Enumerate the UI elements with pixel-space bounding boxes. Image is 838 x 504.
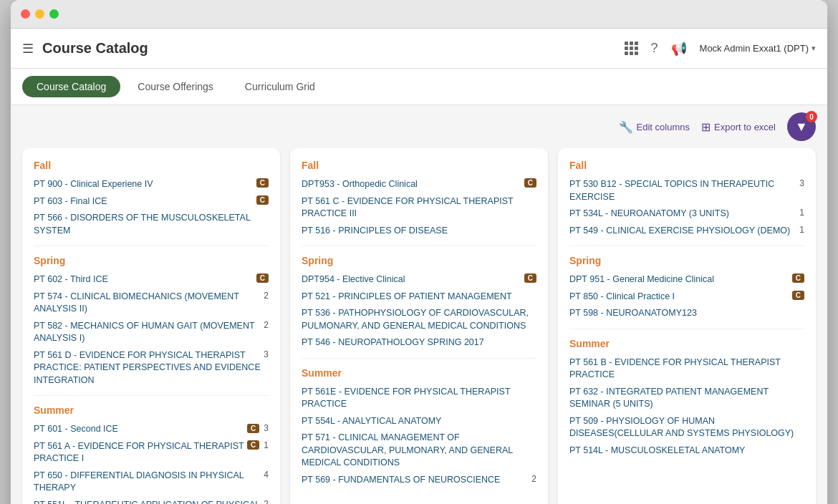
menu-icon[interactable]: ☰ xyxy=(22,41,34,57)
course-name: PT 536 - PATHOPHYSIOLOGY OF CARDIOVASCUL… xyxy=(302,307,536,332)
list-item[interactable]: PT 632 - INTEGRATED PATIENT MANAGEMENT S… xyxy=(569,386,804,411)
list-item[interactable]: PT 569 - FUNDAMENTALS OF NEUROSCIENCE2 xyxy=(302,474,536,487)
list-item[interactable]: DPT 951 - General Medicine ClinicalC xyxy=(569,273,804,286)
course-right: 2 xyxy=(264,499,269,505)
export-excel-icon: ⊞ xyxy=(701,120,711,134)
filter-badge: 0 xyxy=(806,111,817,122)
list-item[interactable]: PT 561 B - EVIDENCE FOR PHYSICAL THERAPI… xyxy=(569,357,804,382)
c-badge: C xyxy=(256,195,269,205)
chevron-down-icon: ▾ xyxy=(811,44,816,53)
c-badge: C xyxy=(247,440,259,450)
course-name: PT 530 B12 - SPECIAL TOPICS IN THERAPEUT… xyxy=(569,178,796,203)
list-item[interactable]: PT 650 - DIFFERENTIAL DIAGNOSIS IN PHYSI… xyxy=(34,470,269,495)
minimize-button[interactable] xyxy=(35,9,44,19)
list-item[interactable]: PT 603 - Final ICEC xyxy=(34,195,269,208)
filter-button[interactable]: ▼ 0 xyxy=(787,112,816,141)
list-item[interactable]: PT 536 - PATHOPHYSIOLOGY OF CARDIOVASCUL… xyxy=(302,307,536,332)
titlebar xyxy=(11,0,827,29)
course-name: PT 509 - PHYSIOLOGY OF HUMAN DISEASES(CE… xyxy=(569,415,804,440)
list-item[interactable]: PT 514L - MUSCULOSKELETAL ANATOMY xyxy=(569,445,804,457)
list-item[interactable]: PT 530 B12 - SPECIAL TOPICS IN THERAPEUT… xyxy=(569,178,804,203)
user-name: Mock Admin Exxat1 (DPT) xyxy=(700,43,809,54)
course-name: PT 566 - DISORDERS OF THE MUSCULOSKELETA… xyxy=(34,212,269,237)
column-2: FallDPT953 - Orthopedic ClinicalCPT 561 … xyxy=(290,148,548,504)
course-name: PT 582 - MECHANICS OF HUMAN GAIT (MOVEME… xyxy=(34,320,261,345)
list-item[interactable]: PT 602 - Third ICEC xyxy=(34,273,269,286)
season-label-2-3: Summer xyxy=(302,367,536,379)
main-content: FallPT 900 - Clinical Experiene IVCPT 60… xyxy=(11,148,827,504)
list-item[interactable]: PT 554L - ANALYTICAL ANATOMY xyxy=(302,415,536,428)
course-name: PT 561 D - EVIDENCE FOR PHYSICAL THERAPI… xyxy=(34,349,261,387)
course-name: PT 551L - THERAPEUTIC APPLICATION OF PHY… xyxy=(34,499,261,505)
section-divider xyxy=(34,246,269,246)
apps-icon[interactable] xyxy=(625,42,638,55)
close-button[interactable] xyxy=(21,9,30,19)
course-name: PT 561 B - EVIDENCE FOR PHYSICAL THERAPI… xyxy=(569,357,804,382)
course-name: PT 561 A - EVIDENCE FOR PHYSICAL THERAPI… xyxy=(34,440,244,465)
tab-course-catalog[interactable]: Course Catalog xyxy=(22,76,120,97)
edit-columns-button[interactable]: 🔧 Edit columns xyxy=(619,120,690,134)
c-badge: C xyxy=(247,424,259,433)
list-item[interactable]: PT 598 - NEUROANATOMY123 xyxy=(569,307,804,320)
c-badge: C xyxy=(256,273,269,283)
help-icon[interactable]: ? xyxy=(651,41,658,56)
course-name: PT 534L - NEUROANATOMY (3 UNITS) xyxy=(569,208,796,220)
c-badge: C xyxy=(792,291,804,300)
list-item[interactable]: PT 561 A - EVIDENCE FOR PHYSICAL THERAPI… xyxy=(34,440,269,465)
list-item[interactable]: PT 582 - MECHANICS OF HUMAN GAIT (MOVEME… xyxy=(34,320,269,345)
course-right: 2 xyxy=(264,320,269,330)
list-item[interactable]: PT 549 - CLINICAL EXERCISE PHYSIOLOGY (D… xyxy=(569,225,804,238)
edit-columns-icon: 🔧 xyxy=(619,120,633,134)
list-item[interactable]: PT 551L - THERAPEUTIC APPLICATION OF PHY… xyxy=(34,499,269,505)
list-item[interactable]: PT 574 - CLINICAL BIOMECHANICS (MOVEMENT… xyxy=(34,291,269,316)
course-number: 2 xyxy=(264,499,269,505)
export-excel-button[interactable]: ⊞ Export to excel xyxy=(701,120,776,134)
header-left: ☰ Course Catalog xyxy=(22,40,625,57)
list-item[interactable]: PT 509 - PHYSIOLOGY OF HUMAN DISEASES(CE… xyxy=(569,415,804,440)
list-item[interactable]: PT 521 - PRINCIPLES OF PATIENT MANAGEMEN… xyxy=(302,291,536,304)
course-right: 4 xyxy=(264,470,269,480)
course-name: DPT954 - Elective Clinical xyxy=(302,273,521,286)
maximize-button[interactable] xyxy=(49,9,59,19)
list-item[interactable]: PT 546 - NEUROPATHOLOGY SPRING 2017 xyxy=(302,336,536,349)
list-item[interactable]: PT 601 - Second ICEC3 xyxy=(34,423,269,436)
tab-curriculum-grid[interactable]: Curriculum Grid xyxy=(231,76,329,97)
course-right: C1 xyxy=(247,440,269,450)
list-item[interactable]: PT 571 - CLINICAL MANAGEMENT OF CARDIOVA… xyxy=(302,432,536,470)
course-right: C xyxy=(792,291,804,300)
course-name: PT 602 - Third ICE xyxy=(34,273,254,286)
course-number: 3 xyxy=(799,178,804,188)
list-item[interactable]: PT 516 - PRINCIPLES OF DISEASE xyxy=(302,225,536,238)
season-label-1-3: Summer xyxy=(34,404,269,416)
course-name: PT 561E - EVIDENCE FOR PHYSICAL THERAPIS… xyxy=(302,386,536,411)
list-item[interactable]: PT 900 - Clinical Experiene IVC xyxy=(34,178,269,191)
course-name: PT 561 C - EVIDENCE FOR PHYSICAL THERAPI… xyxy=(302,195,536,220)
course-right: C xyxy=(256,195,269,205)
notifications-icon[interactable]: 📢 xyxy=(671,41,687,57)
user-menu[interactable]: Mock Admin Exxat1 (DPT) ▾ xyxy=(700,43,816,54)
traffic-lights xyxy=(21,9,59,19)
course-name: PT 521 - PRINCIPLES OF PATIENT MANAGEMEN… xyxy=(302,291,536,304)
list-item[interactable]: PT 534L - NEUROANATOMY (3 UNITS)1 xyxy=(569,208,804,220)
course-right: 2 xyxy=(531,474,536,484)
list-item[interactable]: PT 850 - Clinical Practice IC xyxy=(569,291,804,304)
season-label-2-1: Fall xyxy=(302,160,536,171)
toolbar: 🔧 Edit columns ⊞ Export to excel ▼ 0 xyxy=(11,105,827,148)
course-right: 2 xyxy=(264,291,269,301)
list-item[interactable]: PT 566 - DISORDERS OF THE MUSCULOSKELETA… xyxy=(34,212,269,237)
course-right: C xyxy=(256,178,269,188)
course-name: PT 549 - CLINICAL EXERCISE PHYSIOLOGY (D… xyxy=(569,225,796,238)
list-item[interactable]: DPT953 - Orthopedic ClinicalC xyxy=(302,178,536,191)
season-label-1-2: Spring xyxy=(34,255,269,266)
course-number: 2 xyxy=(264,291,269,301)
list-item[interactable]: PT 561E - EVIDENCE FOR PHYSICAL THERAPIS… xyxy=(302,386,536,411)
list-item[interactable]: DPT954 - Elective ClinicalC xyxy=(302,273,536,286)
course-name: PT 850 - Clinical Practice I xyxy=(569,291,789,304)
list-item[interactable]: PT 561 C - EVIDENCE FOR PHYSICAL THERAPI… xyxy=(302,195,536,220)
c-badge: C xyxy=(792,273,804,283)
columns-grid: FallPT 900 - Clinical Experiene IVCPT 60… xyxy=(22,148,816,504)
list-item[interactable]: PT 561 D - EVIDENCE FOR PHYSICAL THERAPI… xyxy=(34,349,269,387)
course-right: 3 xyxy=(799,178,804,188)
tab-course-offerings[interactable]: Course Offerings xyxy=(123,76,228,97)
section-divider xyxy=(569,329,804,329)
